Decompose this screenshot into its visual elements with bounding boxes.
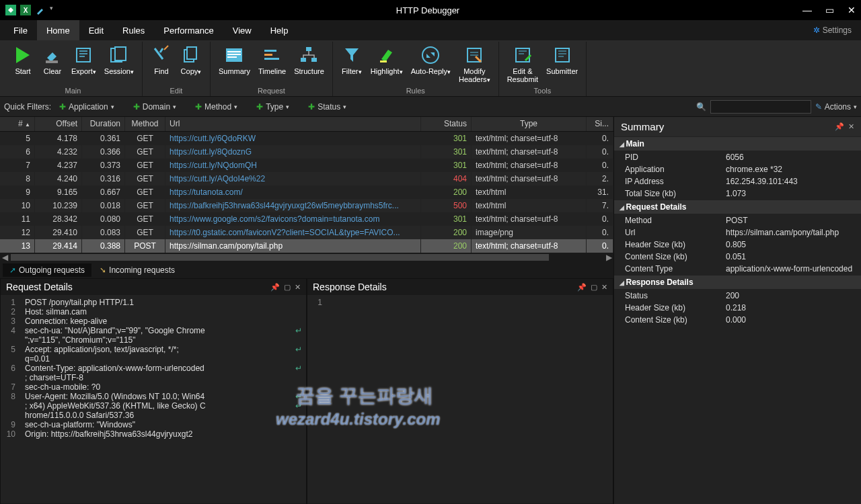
ribbon-group-label: Tools: [503, 87, 583, 96]
table-row[interactable]: 1229.4100.083GEThttps://t0.gstatic.com/f…: [0, 226, 613, 239]
ribbon-autoreply-button[interactable]: Auto-Reply▾: [407, 42, 455, 77]
table-row[interactable]: 1128.3420.080GEThttps://www.google.com/s…: [0, 212, 613, 226]
ribbon-copy-button[interactable]: Copy▾: [176, 42, 206, 77]
quickfilter-method[interactable]: ✚ Method ▾: [195, 102, 237, 112]
ribbon-label: Summary: [219, 67, 250, 75]
ribbon-timeline-button[interactable]: Timeline: [254, 42, 290, 77]
close-button[interactable]: ✕: [848, 5, 856, 15]
table-row[interactable]: 1329.4140.388POSThttps://silman.cam/pony…: [0, 239, 613, 253]
menu-rules[interactable]: Rules: [113, 20, 154, 40]
svg-rect-16: [306, 47, 311, 51]
menu-help[interactable]: Help: [261, 20, 298, 40]
summary-row: PID6056: [614, 151, 861, 163]
svg-rect-13: [264, 50, 276, 52]
maximize-button[interactable]: ▭: [825, 5, 834, 15]
table-row[interactable]: 64.2320.366GEThttps://cutt.ly/8QdoznG301…: [0, 145, 613, 159]
highlight-icon: [376, 44, 398, 66]
menu-home[interactable]: Home: [37, 20, 79, 40]
start-icon: [12, 44, 34, 66]
menu-performance[interactable]: Performance: [154, 20, 223, 40]
minimize-button[interactable]: —: [802, 5, 812, 15]
col-header-duration[interactable]: Duration: [82, 117, 125, 131]
add-icon: ✚: [308, 102, 315, 112]
table-row[interactable]: 54.1780.361GEThttps://cutt.ly/6QdoRKW301…: [0, 132, 613, 145]
summary-section-request-details[interactable]: Request Details: [614, 200, 861, 214]
add-icon: ✚: [195, 102, 202, 112]
table-row[interactable]: 84.2400.316GEThttps://cutt.ly/AQdoI4e%22…: [0, 172, 613, 185]
editresubmit-icon: [512, 44, 533, 66]
ribbon-summary-button[interactable]: Summary: [215, 42, 254, 77]
quickfilter-application[interactable]: ✚ Application ▾: [59, 102, 114, 112]
svg-rect-6: [115, 47, 126, 60]
brush-icon[interactable]: [35, 5, 46, 15]
ribbon-clear-button[interactable]: Clear: [38, 42, 67, 77]
ribbon-label: Session▾: [104, 67, 134, 75]
svg-rect-10: [227, 51, 241, 52]
table-row[interactable]: 99.1650.667GEThttps://tutanota.com/200te…: [0, 185, 613, 199]
quick-filters-bar: Quick Filters: ✚ Application ▾✚ Domain ▾…: [0, 97, 861, 117]
pin-icon[interactable]: 📌: [577, 283, 587, 292]
window-icon[interactable]: ▢: [591, 283, 597, 292]
settings-button[interactable]: ✲ Settings: [813, 20, 857, 40]
close-panel-icon[interactable]: ✕: [601, 283, 607, 292]
ribbon-label: ModifyHeaders▾: [459, 67, 490, 83]
ribbon-export-button[interactable]: Export▾: [67, 42, 100, 77]
incoming-arrow-icon: ➘: [100, 265, 106, 275]
tab-outgoing[interactable]: ➚Outgoing requests: [3, 263, 91, 277]
ribbon-label: Timeline: [258, 67, 286, 75]
quickfilter-domain[interactable]: ✚ Domain ▾: [133, 102, 176, 112]
ribbon-filter-button[interactable]: Filter▾: [337, 42, 367, 77]
table-row[interactable]: 74.2370.373GEThttps://cutt.ly/NQdomQH301…: [0, 159, 613, 172]
edit-icon: ✎: [815, 102, 822, 112]
col-header-url[interactable]: Url: [165, 117, 421, 131]
horizontal-scrollbar[interactable]: ◀ ▶: [0, 253, 613, 262]
pin-icon[interactable]: 📌: [270, 283, 280, 292]
table-row[interactable]: 1010.2390.018GEThttps://bafkreihj53hrwa6…: [0, 199, 613, 212]
tab-incoming[interactable]: ➘Incoming requests: [93, 263, 182, 277]
col-header-size[interactable]: Si...: [587, 117, 613, 131]
excel-icon[interactable]: X: [20, 5, 31, 15]
summary-row: MethodPOST: [614, 214, 861, 226]
ribbon-session-button[interactable]: Session▾: [100, 42, 138, 77]
request-code[interactable]: 1POST /pony/tail.php HTTP/1.12Host: silm…: [1, 295, 306, 503]
ribbon-modifyheaders-button[interactable]: ModifyHeaders▾: [455, 42, 494, 85]
menu-view[interactable]: View: [223, 20, 261, 40]
ribbon-label: Export▾: [71, 67, 96, 75]
ribbon-structure-button[interactable]: Structure: [290, 42, 328, 77]
ribbon-highlight-button[interactable]: Highlight▾: [367, 42, 407, 77]
structure-icon: [298, 44, 320, 66]
scroll-left-icon[interactable]: ◀: [0, 253, 9, 262]
ribbon-group-label: Rules: [337, 87, 494, 96]
summary-section-response-details[interactable]: Response Details: [614, 275, 861, 290]
window-icon[interactable]: ▢: [284, 283, 291, 292]
ribbon-editresubmit-button[interactable]: Edit &Resubmit: [503, 42, 542, 85]
col-header-method[interactable]: Method: [125, 117, 165, 131]
ribbon-label: Edit &Resubmit: [507, 67, 538, 83]
scroll-thumb[interactable]: [11, 254, 549, 261]
close-panel-icon[interactable]: ✕: [295, 283, 301, 292]
response-code[interactable]: 1: [307, 295, 613, 503]
ribbon-submitter-button[interactable]: Submitter: [542, 42, 582, 77]
col-header-type[interactable]: Type: [472, 117, 587, 131]
ribbon-find-button[interactable]: Find: [147, 42, 176, 77]
summary-section-main[interactable]: Main: [614, 136, 861, 151]
quickfilter-status[interactable]: ✚ Status ▾: [308, 102, 346, 112]
col-header-offset[interactable]: Offset: [35, 117, 82, 131]
close-panel-icon[interactable]: ✕: [848, 122, 854, 131]
svg-rect-11: [227, 54, 241, 55]
actions-dropdown[interactable]: ✎ Actions ▾: [815, 102, 857, 112]
scroll-right-icon[interactable]: ▶: [604, 253, 613, 262]
col-header-num[interactable]: # ▲: [0, 117, 35, 131]
ribbon-label: Auto-Reply▾: [411, 67, 451, 75]
search-input[interactable]: [710, 100, 811, 114]
col-header-status[interactable]: Status: [421, 117, 472, 131]
modifyheaders-icon: [463, 44, 485, 66]
menu-edit[interactable]: Edit: [79, 20, 113, 40]
search-icon[interactable]: 🔍: [696, 102, 706, 112]
svg-rect-17: [301, 58, 306, 62]
pin-icon[interactable]: 📌: [835, 122, 844, 131]
quick-filters-label: Quick Filters:: [4, 102, 51, 112]
ribbon-start-button[interactable]: Start: [8, 42, 38, 77]
quickfilter-type[interactable]: ✚ Type ▾: [256, 102, 289, 112]
menu-file[interactable]: File: [4, 20, 37, 40]
